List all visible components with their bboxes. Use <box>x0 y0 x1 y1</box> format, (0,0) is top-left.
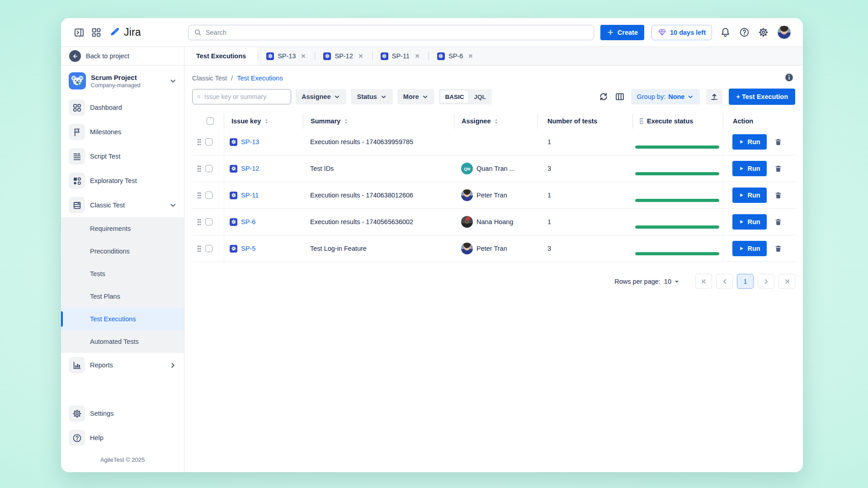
sidebar-item-requirements[interactable]: Requirements <box>61 217 184 240</box>
run-button[interactable]: Run <box>732 161 767 176</box>
chevron-down-icon[interactable] <box>169 77 177 85</box>
help-icon[interactable] <box>739 27 750 38</box>
column-header-summary[interactable]: Summary <box>303 113 454 129</box>
sort-icon[interactable] <box>344 118 349 125</box>
close-icon[interactable] <box>358 53 364 59</box>
close-icon[interactable] <box>300 53 307 59</box>
sidebar-item-classic-test[interactable]: Classic Test <box>61 193 184 217</box>
assignee-name: Quan Tran ... <box>476 165 515 172</box>
basic-mode-button[interactable]: BASIC <box>440 90 468 103</box>
jql-mode-button[interactable]: JQL <box>469 94 490 100</box>
jira-logo[interactable]: Jira <box>109 26 141 38</box>
previous-page-button[interactable] <box>716 274 733 289</box>
row-checkbox[interactable] <box>205 138 212 145</box>
column-header-assignee[interactable]: Assignee <box>454 113 538 129</box>
next-page-button[interactable] <box>758 274 774 289</box>
test-execution-issue-icon <box>266 52 274 60</box>
app-switcher-icon[interactable] <box>90 26 103 39</box>
column-header-execute-status[interactable]: Execute status <box>632 113 723 129</box>
issue-filter-search-input[interactable] <box>204 93 286 100</box>
row-checkbox[interactable] <box>205 245 212 252</box>
sort-icon[interactable] <box>264 118 269 125</box>
delete-icon[interactable] <box>774 164 783 173</box>
tab-sp-11[interactable]: SP-11 <box>373 47 429 65</box>
select-all-checkbox[interactable] <box>207 117 214 125</box>
run-button[interactable]: Run <box>732 241 767 256</box>
rows-per-page-dropdown[interactable]: 10 <box>664 278 679 285</box>
close-icon[interactable] <box>414 53 420 59</box>
delete-icon[interactable] <box>774 138 783 146</box>
more-filter-dropdown[interactable]: More <box>397 89 435 104</box>
row-checkbox[interactable] <box>205 218 212 225</box>
issue-key-link[interactable]: SP-6 <box>241 218 255 225</box>
drag-handle-icon[interactable] <box>197 218 202 226</box>
drag-handle-icon[interactable] <box>197 138 202 146</box>
sidebar-item-test-plans[interactable]: Test Plans <box>61 285 184 308</box>
sidebar-item-script-test[interactable]: Script Test <box>61 144 184 169</box>
row-checkbox[interactable] <box>205 165 212 172</box>
tab-sp-13[interactable]: SP-13 <box>258 47 315 65</box>
sidebar-toggle-icon[interactable] <box>73 26 85 39</box>
issue-key-link[interactable]: SP-13 <box>241 138 259 145</box>
drag-handle-icon[interactable] <box>197 245 202 253</box>
status-filter-dropdown[interactable]: Status <box>351 89 392 104</box>
page-number-button[interactable]: 1 <box>737 274 754 289</box>
notifications-bell-icon[interactable] <box>720 27 731 38</box>
refresh-icon[interactable] <box>599 92 609 102</box>
global-search-input[interactable] <box>206 29 588 36</box>
back-to-project-button[interactable]: Back to project <box>61 47 184 66</box>
sidebar-item-dashboard[interactable]: Dashboard <box>61 95 184 120</box>
create-button[interactable]: Create <box>600 25 644 40</box>
sort-icon[interactable] <box>494 118 499 125</box>
last-page-button[interactable] <box>778 274 795 289</box>
project-selector[interactable]: Scrum Project Company-managed <box>61 66 184 95</box>
run-button[interactable]: Run <box>732 188 767 203</box>
settings-gear-icon[interactable] <box>758 27 769 38</box>
tab-sp-6[interactable]: SP-6 <box>429 47 482 65</box>
row-checkbox[interactable] <box>205 192 212 199</box>
sidebar-item-automated-tests[interactable]: Automated Tests <box>61 330 184 353</box>
export-icon[interactable] <box>706 89 722 104</box>
breadcrumb-parent[interactable]: Classic Test <box>192 75 227 82</box>
tab-sp-12[interactable]: SP-12 <box>315 47 372 65</box>
group-by-dropdown[interactable]: Group by: None <box>631 89 700 104</box>
sidebar-item-settings[interactable]: Settings <box>61 401 184 426</box>
delete-icon[interactable] <box>774 218 783 226</box>
sidebar-item-preconditions[interactable]: Preconditions <box>61 240 184 263</box>
issue-key-link[interactable]: SP-11 <box>241 192 259 199</box>
tab-test-executions[interactable]: Test Executions <box>184 47 258 65</box>
chevron-down-icon[interactable] <box>169 202 177 209</box>
info-icon[interactable] <box>784 73 794 82</box>
close-icon[interactable] <box>467 53 474 59</box>
column-header-number-of-tests[interactable]: Number of tests <box>538 113 632 129</box>
issue-key-link[interactable]: SP-12 <box>241 165 259 172</box>
user-avatar[interactable] <box>777 25 791 39</box>
new-test-execution-button[interactable]: + Test Execution <box>729 89 795 105</box>
first-page-button[interactable] <box>695 274 712 289</box>
sidebar-item-exploratory-test[interactable]: Exploratory Test <box>61 169 184 193</box>
sidebar-item-test-executions[interactable]: Test Executions <box>61 308 184 330</box>
column-header-issue-key[interactable]: Issue key <box>224 113 303 129</box>
columns-icon[interactable] <box>615 92 625 102</box>
run-button[interactable]: Run <box>732 134 767 150</box>
breadcrumb-current[interactable]: Test Executions <box>237 75 283 82</box>
run-button[interactable]: Run <box>732 214 767 230</box>
sidebar-item-reports[interactable]: Reports <box>61 353 184 377</box>
delete-icon[interactable] <box>774 191 783 200</box>
assignee-filter-dropdown[interactable]: Assignee <box>296 89 346 104</box>
chevron-down-icon <box>380 94 387 100</box>
issue-filter-search[interactable] <box>192 89 291 104</box>
global-search[interactable] <box>188 25 594 40</box>
delete-icon[interactable] <box>774 244 783 253</box>
number-of-tests-cell: 1 <box>538 218 632 225</box>
issue-key-link[interactable]: SP-5 <box>241 245 255 252</box>
trial-days-left-button[interactable]: 10 days left <box>651 25 712 40</box>
drag-handle-icon[interactable] <box>197 165 202 173</box>
sidebar-item-milestones[interactable]: Milestones <box>61 120 184 144</box>
sidebar-item-help[interactable]: Help <box>61 426 184 450</box>
number-of-tests-cell: 1 <box>538 192 632 199</box>
sidebar-item-tests[interactable]: Tests <box>61 263 184 285</box>
drag-handle-icon[interactable] <box>639 117 644 125</box>
chevron-right-icon[interactable] <box>169 361 177 369</box>
drag-handle-icon[interactable] <box>197 192 202 199</box>
